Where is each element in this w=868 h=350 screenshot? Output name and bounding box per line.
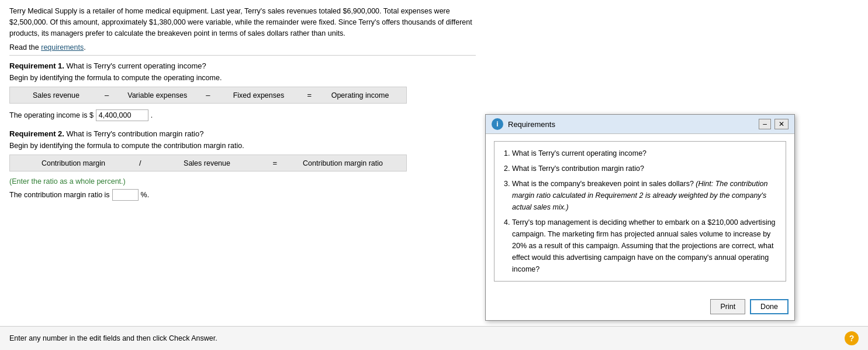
req2-answer-row: The contribution margin ratio is %. [9, 189, 476, 201]
req1-heading: Requirement 1. What is Terry's current o… [9, 61, 476, 70]
req2-answer-prefix: The contribution margin ratio is [9, 191, 110, 199]
req1-formula-op2: – [198, 91, 218, 99]
req-item-3: What is the company's breakeven point in… [512, 178, 777, 213]
req1-formula-cell1: Sales revenue [16, 91, 96, 99]
req-item-1: What is Terry's current operating income… [512, 147, 777, 159]
requirement-2-section: Requirement 2. What is Terry's contribut… [9, 129, 476, 201]
req-item-2: What is Terry's contribution margin rati… [512, 163, 777, 174]
info-icon: i [492, 118, 503, 130]
req1-answer-row: The operating income is $ . [9, 109, 476, 121]
footer-bar: Enter any number in the edit fields and … [0, 326, 868, 350]
req1-formula-op3: = [299, 91, 320, 99]
footer-text: Enter any number in the edit fields and … [9, 334, 217, 342]
req1-answer-input[interactable] [96, 109, 148, 121]
req2-heading: Requirement 2. What is Terry's contribut… [9, 129, 476, 138]
requirement-1-section: Requirement 1. What is Terry's current o… [9, 61, 476, 121]
req1-answer-prefix: The operating income is $ [9, 111, 94, 119]
modal-header-left: i Requirements [492, 118, 555, 130]
modal-minimize-button[interactable]: – [759, 119, 771, 129]
read-label: Read the [9, 43, 39, 52]
read-requirements-line: Read the requirements. [9, 43, 476, 52]
requirements-list: What is Terry's current operating income… [503, 147, 777, 275]
req2-answer-input[interactable] [112, 189, 139, 201]
modal-close-button[interactable]: ✕ [774, 119, 789, 129]
req1-formula-row: Sales revenue – Variable expenses – Fixe… [9, 87, 407, 104]
req1-formula-op1: – [96, 91, 117, 99]
requirements-link[interactable]: requirements [41, 43, 84, 52]
modal-controls: – ✕ [759, 119, 789, 129]
req1-answer-suffix: . [151, 111, 153, 119]
req2-formula-op2: = [264, 159, 285, 167]
modal-title: Requirements [508, 120, 555, 129]
modal-header: i Requirements – ✕ [486, 115, 794, 134]
req1-formula-cell2: Variable expenses [117, 91, 198, 99]
req2-formula-row: Contribution margin / Sales revenue = Co… [9, 155, 407, 171]
done-button[interactable]: Done [750, 299, 789, 314]
req2-formula-op1: / [131, 159, 150, 167]
requirements-modal: i Requirements – ✕ What is Terry's curre… [485, 114, 795, 321]
req2-formula-cell2: Sales revenue [150, 159, 265, 167]
requirements-box: What is Terry's current operating income… [494, 141, 786, 282]
intro-text: Terry Medical Supply is a retailer of ho… [9, 6, 476, 39]
req2-formula-cell1: Contribution margin [16, 159, 131, 167]
req2-hint: (Enter the ratio as a whole percent.) [9, 177, 476, 186]
req2-formula-cell3: Contribution margin ratio [285, 159, 400, 167]
divider [9, 55, 476, 56]
req-item-4: Terry's top management is deciding wheth… [512, 217, 777, 275]
modal-body: What is Terry's current operating income… [486, 134, 794, 296]
help-button[interactable]: ? [845, 331, 859, 345]
req1-formula-cell3: Fixed expenses [218, 91, 299, 99]
req2-answer-suffix: %. [141, 191, 150, 199]
req2-sub-text: Begin by identifying the formula to comp… [9, 142, 476, 150]
print-button[interactable]: Print [710, 299, 745, 314]
modal-footer: Print Done [486, 296, 794, 320]
req1-sub-text: Begin by identifying the formula to comp… [9, 74, 476, 82]
req1-formula-cell4: Operating income [320, 91, 400, 99]
